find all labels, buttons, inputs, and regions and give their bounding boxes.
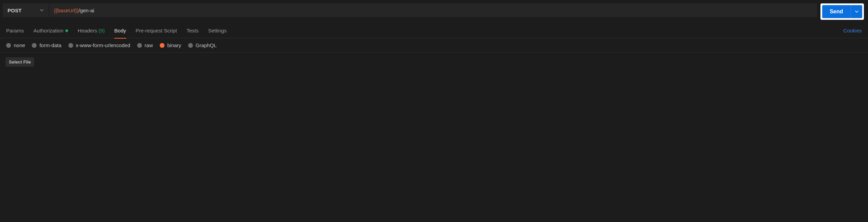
url-input[interactable]: {{baseUrl}}/gen-ai [49,3,817,17]
radio-label: x-www-form-urlencoded [76,42,130,48]
status-dot-icon [65,29,68,32]
tab-pre-request-script[interactable]: Pre-request Script [136,23,177,38]
request-tabs: Params Authorization Headers (9) Body Pr… [0,23,868,38]
body-type-none[interactable]: none [6,42,25,48]
radio-icon [160,43,165,48]
radio-label: binary [167,42,181,48]
radio-icon [68,43,73,48]
cookies-label: Cookies [843,28,862,33]
tab-settings[interactable]: Settings [208,23,226,38]
body-content-area: Select File [0,53,868,71]
tab-params[interactable]: Params [6,23,24,38]
radio-icon [137,43,142,48]
body-type-form-data[interactable]: form-data [32,42,61,48]
tab-label: Pre-request Script [136,28,177,33]
url-path: /gen-ai [79,8,94,13]
send-button-group: Send [820,3,864,20]
cookies-link[interactable]: Cookies [843,28,862,33]
chevron-down-icon [855,10,859,14]
url-variable: {{baseUrl}} [54,8,79,13]
radio-icon [32,43,37,48]
tab-authorization[interactable]: Authorization [34,23,68,38]
radio-label: form-data [39,42,61,48]
select-file-button[interactable]: Select File [5,57,34,67]
tab-body[interactable]: Body [114,23,126,38]
radio-label: none [14,42,25,48]
headers-count: (9) [98,28,105,33]
body-type-binary[interactable]: binary [160,42,181,48]
tab-label: Params [6,28,24,33]
radio-icon [188,43,193,48]
tab-tests[interactable]: Tests [186,23,198,38]
send-dropdown-button[interactable] [851,5,862,18]
http-method-label: POST [8,8,22,13]
send-button[interactable]: Send [822,5,851,18]
tab-label: Authorization [34,28,64,33]
radio-icon [6,43,11,48]
tab-label: Body [114,28,126,33]
body-type-x-www-form-urlencoded[interactable]: x-www-form-urlencoded [68,42,130,48]
body-type-graphql[interactable]: GraphQL [188,42,217,48]
radio-label: raw [145,42,153,48]
tab-label: Settings [208,28,226,33]
chevron-down-icon [40,8,44,12]
body-type-selector: none form-data x-www-form-urlencoded raw… [0,38,868,53]
tab-headers[interactable]: Headers (9) [78,23,105,38]
tab-label: Tests [186,28,198,33]
body-type-raw[interactable]: raw [137,42,153,48]
http-method-select[interactable]: POST [3,3,49,17]
tab-label: Headers [78,28,97,33]
radio-label: GraphQL [196,42,217,48]
request-bar: POST {{baseUrl}}/gen-ai Send [0,0,868,23]
